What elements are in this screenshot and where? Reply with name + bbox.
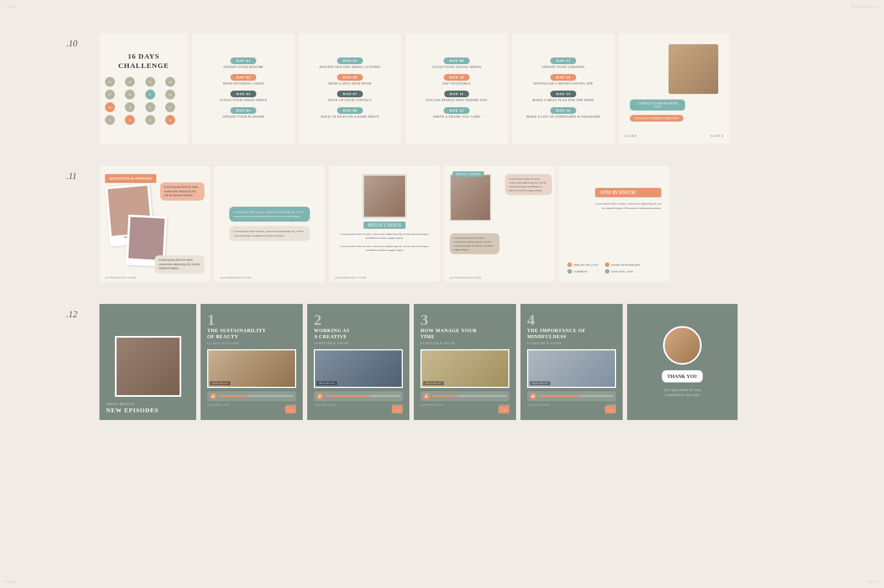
day-04: DAY 04 UPDATE YOUR PLANNER <box>222 107 264 119</box>
stay-icon-1-label: SPREAD THE LOVE <box>573 264 598 266</box>
dot-16: 16 <box>165 115 175 125</box>
social-nav-save: SAVE ∨ <box>711 134 724 138</box>
slide-10-days3[interactable]: DAY 09 CLEAN YOUR SOCIAL MEDIA DAY 10 EA… <box>406 33 508 144</box>
ep2-play-btn[interactable]: ▶ <box>317 393 323 400</box>
day-15: DAY 15 MAKE A MEAL PLAN FOR THE WEEK <box>533 91 594 103</box>
profile-text-2: Lorem ipsum dolor sit amet, consectetur … <box>338 244 432 252</box>
stay-icons: SPREAD THE LOVE SHARE WITH FRIENDS COMME… <box>567 262 640 274</box>
day-15-badge: DAY 15 <box>550 91 576 97</box>
slide-10-days4[interactable]: DAY 13 UPDATE YOUR LINKEDIN DAY 14 DOWNL… <box>512 33 614 144</box>
row-10-label: .10 <box>66 33 88 49</box>
slide-11-qa[interactable]: QUESTION & ANSWER MESAY LA... Lorem ipsu… <box>99 166 210 282</box>
ep4-title: THE IMPORTANCE OFMINDFULNESS <box>527 328 616 340</box>
day-16-badge: DAY 16 <box>550 107 576 114</box>
dot-06: 06 <box>125 90 135 99</box>
profile-username: @SYMPROM MLCCDOM <box>335 276 366 279</box>
dot-08: 08 <box>165 90 175 99</box>
ep4-progress-bar <box>539 395 613 397</box>
day-01-task: UPDATE YOUR RESUME <box>223 65 264 70</box>
day-14: DAY 14 DOWNLOAD A MONEY-SAVING APP <box>534 74 593 86</box>
last-nav-save: SAVE ∨ <box>867 580 878 584</box>
profile-name: MESAY LARSEN <box>364 222 406 229</box>
ep3-progress-bar <box>432 395 507 397</box>
slide-10-days2[interactable]: DAY 05 DONATE OLD AND SMALL CLOTHES DAY … <box>299 33 401 144</box>
day-07-badge: DAY 07 <box>337 91 362 97</box>
slide-11-stay[interactable]: STAY IN TOUCH! Lorem ipsum dolor sit ame… <box>559 166 670 282</box>
slide-10-days1[interactable]: DAY 01 UPDATE YOUR RESUME DAY 02 MAKE BU… <box>192 33 294 144</box>
ep2-progress-fill <box>325 395 370 397</box>
dot-05: 05 <box>105 90 115 99</box>
slide-12-cover[interactable]: ABOUT BEAUTY NEW EPISODES <box>99 304 196 420</box>
ep2-number: 2 <box>314 312 403 328</box>
ep2-arrow[interactable]: → <box>392 406 403 413</box>
day-11-task: FOLLOW PEOPLE WHO INSPIRE YOU <box>426 98 487 103</box>
cover-grid: 01 02 03 04 05 06 07 08 09 10 11 12 13 1… <box>105 77 182 125</box>
slide-10-cover[interactable]: 16 DAYSCHALLENGE 01 02 03 04 05 06 07 08… <box>99 33 188 144</box>
ep4-thumbnail: ABOUT BEAUTY <box>527 349 616 388</box>
day-10: DAY 10 EAT VEGETABLE <box>443 74 471 86</box>
day-09-badge: DAY 09 <box>444 57 469 64</box>
row-11-label: .11 <box>66 166 88 181</box>
ep1-play-btn[interactable]: ▶ <box>210 393 217 400</box>
day-02: DAY 02 MAKE BUSINESS CARDS <box>223 74 264 86</box>
ep3-play-btn[interactable]: ▶ <box>423 393 430 400</box>
day-07: DAY 07 BACK UP YOUR CONTACT <box>328 91 372 103</box>
ep2-author: SYMPTOM & KNOW <box>314 342 403 345</box>
ep4-play-btn[interactable]: ▶ <box>530 393 536 400</box>
ep4-player[interactable]: ▶ <box>527 391 616 401</box>
podcast-cover-photo <box>115 336 181 397</box>
slide-12-ep2[interactable]: 2 WORKING ASA CREATIVE SYMPTOM & KNOW AB… <box>307 304 409 420</box>
stay-icon-3-label: SHARE WITH FRIENDS <box>611 264 640 266</box>
dot-02: 02 <box>125 77 135 87</box>
day-14-badge: DAY 14 <box>550 74 576 81</box>
dot-15: 15 <box>145 115 155 125</box>
social-curious: CURIOUS TO HEAR FROM YOU! <box>630 99 685 111</box>
ep1-progress-bar <box>219 395 293 397</box>
day-10-badge: DAY 10 <box>444 74 469 81</box>
row-12: .12 ABOUT BEAUTY NEW EPISODES 1 THE SUST… <box>66 304 818 420</box>
day-03: DAY 03 CLEAN YOUR EMAIL INBOX <box>220 91 267 103</box>
multi-speech-1: Lorem ipsum dolor sit amet, consectetur … <box>505 174 552 195</box>
day-02-badge: DAY 02 <box>230 74 256 81</box>
slide-12-ep1[interactable]: 1 THE SUSTAINABILITYOF BEAUTY CLARA SULL… <box>201 304 303 420</box>
qa-speech-1: Lorem ipsum dolor sit amet, consectetur … <box>160 182 204 201</box>
ep1-arrow[interactable]: → <box>285 406 296 413</box>
last-nav-top: ∧ LIKE NOTIFICATIONS ∨ <box>6 4 878 8</box>
dot-03: 03 <box>145 77 155 87</box>
day-12-task: WRITE A THANK YOU CARD <box>433 115 481 119</box>
qa-speech-2: Lorem ipsum dolor sit amet, consectetur … <box>155 255 204 274</box>
last-nav-bottom: ∧ LIKE SAVE ∨ <box>6 580 878 584</box>
ep3-title: HOW MANAGE YOURTIME <box>420 328 509 340</box>
ep3-arrow[interactable]: → <box>498 406 509 413</box>
ep1-title: THE SUSTAINABILITYOF BEAUTY <box>207 328 296 340</box>
ep3-thumbnail: ABOUT BEAUTY <box>420 349 509 388</box>
ep2-player[interactable]: ▶ <box>314 391 403 401</box>
slide-12-last[interactable]: ∧ LIKE NOTIFICATIONS ∨ THANK YOU LET ME … <box>627 304 738 420</box>
stay-text: Lorem ipsum dolor sit amet, consectetur … <box>595 202 661 210</box>
stay-icon-4: SAVE FOR LATER <box>605 269 640 274</box>
thank-you-title: THANK YOU <box>662 370 703 382</box>
day-06-badge: DAY 06 <box>337 74 362 81</box>
ep2-progress-bar <box>325 395 400 397</box>
day-13-badge: DAY 13 <box>550 57 576 64</box>
ep3-author: SYMPTOM & KNOW <box>420 342 509 345</box>
day-09: DAY 09 CLEAN YOUR SOCIAL MEDIA <box>432 57 481 70</box>
slide-12-ep3[interactable]: 3 HOW MANAGE YOURTIME SYMPTOM & KNOW ABO… <box>414 304 516 420</box>
ep4-author: SYMPTOM & KNOW <box>527 342 616 345</box>
ep2-title: WORKING ASA CREATIVE <box>314 328 403 340</box>
slide-11-profile[interactable]: MESAY LARSEN Lorem ipsum dolor sit amet,… <box>329 166 440 282</box>
ep1-player[interactable]: ▶ <box>207 391 296 401</box>
podcast-cover-label: ABOUT BEAUTY <box>106 402 190 406</box>
stay-icon-1: SPREAD THE LOVE <box>567 262 603 267</box>
ep2-thumbnail: ABOUT BEAUTY <box>314 349 403 388</box>
ep4-arrow[interactable]: → <box>605 406 616 413</box>
dot-11: 11 <box>145 102 155 112</box>
ep3-player[interactable]: ▶ <box>420 391 509 401</box>
slide-11-chat1[interactable]: Lorem ipsum dolor sit amet, consectetur … <box>214 166 325 282</box>
chat1-username: @SYMPROM MLCCDOM <box>220 276 251 279</box>
slide-12-ep4[interactable]: 4 THE IMPORTANCE OFMINDFULNESS SYMPTOM &… <box>520 304 623 420</box>
last-nav-like-top: ∧ LIKE <box>6 4 16 8</box>
slide-11-multi[interactable]: MESAY LARSEN Lorem ipsum dolor sit amet,… <box>444 166 555 282</box>
slide-10-social[interactable]: CURIOUS TO HEAR FROM YOU! LEAVE A COMMEN… <box>619 33 729 144</box>
day-04-badge: DAY 04 <box>230 107 256 114</box>
